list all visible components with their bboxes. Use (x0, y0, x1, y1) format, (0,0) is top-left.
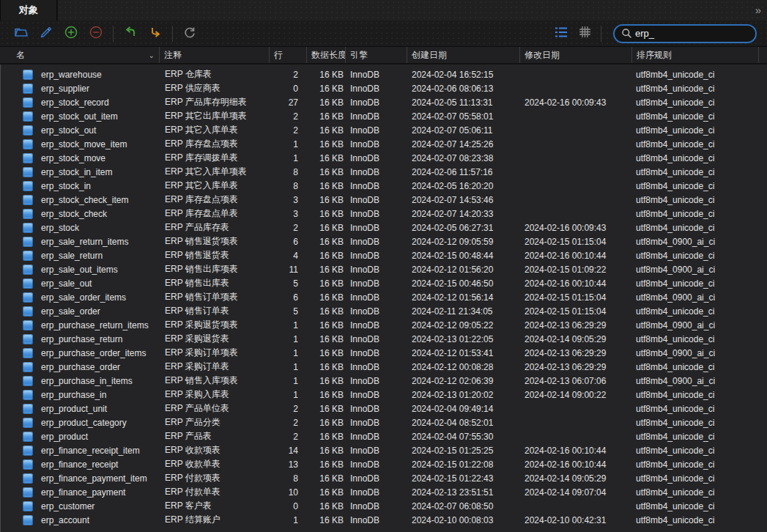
table-row[interactable]: erp_finance_receipt_item ERP 收款项表 14 16 … (1, 443, 767, 457)
table-data-length: 16 KB (308, 501, 347, 511)
table-row[interactable]: erp_finance_payment_item ERP 付款项表 8 16 K… (1, 471, 767, 485)
open-table-button[interactable] (9, 23, 34, 44)
table-comment: ERP 其它入库单项表 (160, 166, 270, 178)
table-row[interactable]: erp_sale_out_items ERP 销售出库项表 11 16 KB I… (1, 262, 767, 276)
table-icon (23, 446, 33, 456)
table-modified-date: 2024-02-16 00:10:44 (521, 251, 633, 261)
table-row[interactable]: erp_account ERP 结算账户 1 16 KB InnoDB 2024… (1, 513, 767, 527)
table-row[interactable]: erp_finance_receipt ERP 收款单表 13 16 KB In… (1, 457, 767, 471)
table-row[interactable]: erp_stock_in_item ERP 其它入库单项表 8 16 KB In… (1, 165, 767, 179)
refresh-button[interactable] (177, 23, 202, 44)
column-header-created[interactable]: 创建日期 (407, 47, 520, 63)
design-table-button[interactable] (34, 23, 59, 44)
table-data-length: 16 KB (308, 376, 347, 386)
tab-bar-empty-area: » (58, 0, 767, 21)
table-row[interactable]: erp_stock_out ERP 其它入库单表 2 16 KB InnoDB … (1, 123, 767, 137)
column-header-collation[interactable]: 排序规则 (632, 47, 759, 63)
table-row[interactable]: erp_stock_move ERP 库存调拨单表 1 16 KB InnoDB… (1, 151, 767, 165)
table-created-date: 2024-02-12 00:08:28 (408, 362, 521, 372)
column-header-rows[interactable]: 行 (270, 47, 307, 63)
table-comment: ERP 其它入库单表 (160, 180, 270, 192)
table-modified-date: 2024-02-16 00:10:44 (521, 278, 633, 289)
new-table-button[interactable] (59, 23, 84, 44)
table-modified-date: 2024-02-10 00:42:31 (521, 515, 633, 525)
table-row[interactable]: erp_purchase_return ERP 采购退货表 1 16 KB In… (1, 332, 767, 346)
table-comment: ERP 产品库存明细表 (160, 96, 270, 108)
export-wizard-button[interactable] (143, 23, 168, 44)
table-row[interactable]: erp_supplier ERP 供应商表 0 16 KB InnoDB 202… (1, 81, 767, 95)
table-comment: ERP 库存盘点项表 (160, 193, 270, 206)
column-header-comment[interactable]: 注释 (160, 47, 270, 63)
column-header-name[interactable]: 名 ⌄ (0, 47, 160, 63)
table-row[interactable]: erp_sale_out ERP 销售出库表 5 16 KB InnoDB 20… (1, 276, 767, 290)
table-row[interactable]: erp_purchase_in ERP 采购入库表 1 16 KB InnoDB… (1, 388, 767, 402)
table-collation: utf8mb4_unicode_ci (633, 446, 760, 456)
table-row[interactable]: erp_purchase_order ERP 采购订单表 1 16 KB Inn… (1, 360, 767, 374)
table-collation: utf8mb4_unicode_ci (633, 209, 760, 219)
table-icon (23, 432, 33, 442)
table-row[interactable]: erp_purchase_return_items ERP 采购退货项表 1 1… (1, 318, 767, 332)
table-icon (23, 181, 33, 191)
column-header-row: 名 ⌄ 注释 行 数据长度 引擎 创建日期 修改日期 排序规则 (0, 47, 767, 64)
column-header-modified[interactable]: 修改日期 (520, 47, 632, 63)
table-row[interactable]: erp_product ERP 产品表 2 16 KB InnoDB 2024-… (1, 429, 767, 443)
table-row[interactable]: erp_stock_check_item ERP 库存盘点项表 3 16 KB … (1, 193, 767, 207)
tab-objects[interactable]: 对象 (0, 0, 57, 21)
table-row[interactable]: erp_warehouse ERP 仓库表 2 16 KB InnoDB 202… (1, 67, 767, 81)
table-engine: InnoDB (347, 84, 408, 94)
table-data-length: 16 KB (308, 278, 347, 289)
table-created-date: 2024-02-07 14:20:33 (408, 209, 521, 219)
table-name: erp_purchase_order_items (41, 348, 146, 358)
table-row-count: 2 (270, 418, 308, 428)
table-row-count: 3 (270, 209, 308, 219)
table-collation: utf8mb4_unicode_ci (633, 223, 760, 233)
table-collation: utf8mb4_0900_ai_ci (633, 348, 760, 358)
table-name: erp_purchase_in_items (41, 376, 133, 386)
table-name: erp_purchase_return_items (41, 320, 149, 330)
column-header-engine[interactable]: 引擎 (346, 47, 407, 63)
table-row[interactable]: erp_stock_check ERP 库存盘点单表 3 16 KB InnoD… (1, 207, 767, 221)
table-row-count: 8 (270, 181, 308, 191)
table-created-date: 2024-02-12 09:05:22 (408, 320, 521, 330)
table-row[interactable]: erp_stock_in ERP 其它入库单表 8 16 KB InnoDB 2… (1, 179, 767, 193)
table-name: erp_stock_record (41, 97, 109, 108)
table-row[interactable]: erp_sale_return_items ERP 销售退货项表 6 16 KB… (1, 234, 767, 248)
table-row[interactable]: erp_sale_order_items ERP 销售订单项表 6 16 KB … (1, 290, 767, 304)
table-name: erp_purchase_in (41, 390, 106, 400)
table-row[interactable]: erp_stock_out_item ERP 其它出库单项表 2 16 KB I… (1, 109, 767, 123)
table-engine: InnoDB (347, 334, 408, 344)
import-wizard-button[interactable] (118, 23, 143, 44)
table-comment: ERP 销售退货项表 (160, 235, 270, 248)
tab-overflow-icon[interactable]: » (755, 4, 767, 18)
table-row[interactable]: erp_stock ERP 产品库存表 2 16 KB InnoDB 2024-… (1, 221, 767, 234)
table-name: erp_sale_out_items (41, 265, 118, 275)
table-name: erp_sale_order (41, 306, 100, 317)
table-comment: ERP 其它出库单项表 (160, 110, 270, 122)
table-row[interactable]: erp_sale_return ERP 销售退货表 4 16 KB InnoDB… (1, 248, 767, 262)
table-engine: InnoDB (347, 167, 408, 177)
table-row[interactable]: erp_stock_record ERP 产品库存明细表 27 16 KB In… (1, 95, 767, 109)
grid-view-button[interactable] (573, 24, 596, 43)
column-header-size[interactable]: 数据长度 (307, 47, 346, 63)
delete-table-button[interactable] (84, 23, 108, 44)
table-row-count: 1 (270, 153, 308, 163)
search-input[interactable] (632, 28, 767, 39)
table-name: erp_finance_receipt_item (41, 446, 140, 456)
table-row-count: 2 (270, 111, 308, 122)
pencil-icon (38, 24, 54, 43)
table-created-date: 2024-02-07 05:58:01 (408, 111, 521, 122)
list-view-button[interactable] (549, 24, 573, 43)
table-row[interactable]: erp_stock_move_item ERP 库存盘点项表 1 16 KB I… (1, 137, 767, 151)
table-row[interactable]: erp_finance_payment ERP 付款单表 10 16 KB In… (1, 485, 767, 499)
table-row[interactable]: erp_product_category ERP 产品分类 2 16 KB In… (1, 415, 767, 429)
table-row[interactable]: erp_purchase_order_items ERP 采购订单项表 1 16… (1, 346, 767, 360)
table-data-length: 16 KB (308, 515, 347, 525)
table-row[interactable]: erp_purchase_in_items ERP 销售入库项表 1 16 KB… (1, 374, 767, 388)
table-comment: ERP 采购订单表 (160, 361, 270, 373)
table-created-date: 2024-02-04 07:55:30 (408, 432, 521, 442)
table-row[interactable]: erp_product_unit ERP 产品单位表 2 16 KB InnoD… (1, 402, 767, 415)
table-row[interactable]: erp_sale_order ERP 销售订单表 5 16 KB InnoDB … (1, 304, 767, 318)
table-collation: utf8mb4_unicode_ci (633, 362, 760, 372)
table-name: erp_stock_move_item (41, 139, 127, 149)
table-row[interactable]: erp_customer ERP 客户表 0 16 KB InnoDB 2024… (1, 499, 767, 513)
